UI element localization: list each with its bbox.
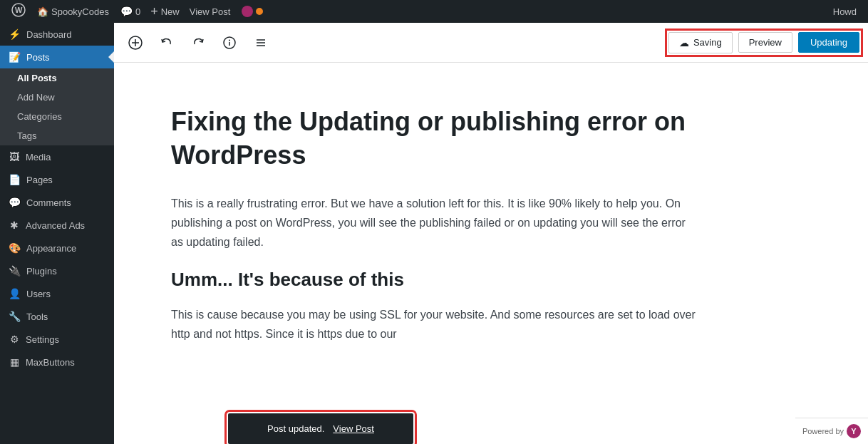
plugins-icon: 🔌: [9, 265, 21, 277]
list-icon: [254, 36, 267, 49]
sidebar-item-tags[interactable]: Tags: [0, 126, 114, 145]
view-post-link[interactable]: View Post: [333, 423, 374, 434]
powered-by-text: Powered by: [802, 427, 844, 435]
saving-button[interactable]: ☁ Saving: [668, 32, 733, 53]
sidebar-arrow-icon: [108, 51, 114, 63]
comments-count: 0: [135, 6, 140, 17]
dashboard-icon: ⚡: [9, 29, 21, 40]
users-icon: 👤: [9, 288, 21, 299]
comments-link[interactable]: 💬 0: [115, 6, 146, 17]
sidebar-item-categories[interactable]: Categories: [0, 107, 114, 126]
sidebar-item-users[interactable]: 👤 Users: [0, 282, 114, 305]
redo-icon: [192, 36, 205, 49]
preview-button[interactable]: Preview: [738, 32, 792, 53]
powered-by-footer: Powered by Y: [795, 418, 868, 444]
saving-label: Saving: [693, 37, 722, 48]
post-paragraph-2[interactable]: This is cause because you may be using S…: [171, 305, 698, 344]
sidebar-item-appearance[interactable]: 🎨 Appearance: [0, 237, 114, 259]
toolbar-right-group: ☁ Saving Preview Updating: [668, 32, 859, 53]
advanced-ads-icon: ✱: [9, 220, 20, 231]
editor-content[interactable]: Fixing the Updating or publishing error …: [114, 63, 755, 390]
editor-wrapper: Fixing the Updating or publishing error …: [114, 63, 868, 444]
site-name-link[interactable]: 🏠 SpookyCodes: [31, 6, 115, 17]
post-body: This is a really frustrating error. But …: [171, 194, 698, 344]
comment-bubble-icon: 💬: [120, 6, 133, 17]
new-label: New: [161, 6, 180, 17]
redo-button[interactable]: [185, 30, 211, 56]
view-post-link[interactable]: View Post: [184, 6, 237, 17]
update-button[interactable]: Updating: [798, 32, 859, 53]
posts-icon: 📝: [9, 51, 21, 63]
post-title[interactable]: Fixing the Updating or publishing error …: [171, 105, 698, 172]
wp-logo-icon[interactable]: W: [6, 3, 31, 21]
tools-icon: 🔧: [9, 311, 21, 322]
list-view-button[interactable]: [248, 30, 274, 56]
editor-scroll-area[interactable]: Fixing the Updating or publishing error …: [114, 63, 868, 444]
sidebar-item-settings[interactable]: ⚙ Settings: [0, 328, 114, 351]
editor-toolbar: ☁ Saving Preview Updating: [114, 23, 868, 63]
sidebar-item-dashboard[interactable]: ⚡ Dashboard: [0, 23, 114, 46]
site-name-text: SpookyCodes: [51, 6, 109, 17]
add-block-button[interactable]: [123, 30, 148, 56]
admin-bar: W 🏠 SpookyCodes 💬 0 + New View Post Howd: [0, 0, 868, 23]
posts-submenu: All Posts Add New Categories Tags: [0, 68, 114, 145]
yoast-icon: [242, 6, 253, 17]
sidebar-item-tools[interactable]: 🔧 Tools: [0, 305, 114, 328]
sidebar-item-pages[interactable]: 📄 Pages: [0, 168, 114, 191]
post-updated-message: Post updated.: [267, 423, 324, 434]
svg-point-7: [229, 39, 230, 41]
home-icon: 🏠: [37, 6, 48, 17]
settings-icon: ⚙: [9, 334, 20, 345]
plus-circle-icon: [128, 36, 143, 50]
sidebar: ⚡ Dashboard 📝 Posts All Posts Add New Ca…: [0, 23, 114, 444]
sidebar-item-plugins[interactable]: 🔌 Plugins: [0, 259, 114, 282]
maxbuttons-icon: ▦: [9, 356, 20, 368]
sidebar-item-advanced-ads[interactable]: ✱ Advanced Ads: [0, 214, 114, 237]
sidebar-item-maxbuttons[interactable]: ▦ MaxButtons: [0, 351, 114, 373]
appearance-icon: 🎨: [9, 242, 21, 254]
undo-button[interactable]: [154, 30, 180, 56]
yoast-link[interactable]: [236, 6, 269, 17]
undo-icon: [160, 36, 173, 49]
orange-notification-dot: [256, 8, 263, 15]
plus-icon: +: [150, 4, 158, 19]
pages-icon: 📄: [9, 174, 21, 185]
new-content-button[interactable]: + New: [146, 4, 184, 19]
sidebar-item-all-posts[interactable]: All Posts: [0, 68, 114, 88]
sidebar-item-add-new[interactable]: Add New: [0, 88, 114, 107]
toolbar-left-group: [123, 30, 274, 56]
editor-area: ☁ Saving Preview Updating Fixing the Upd…: [114, 23, 868, 444]
post-heading-2[interactable]: Umm... It's because of this: [171, 269, 698, 291]
media-icon: 🖼: [9, 151, 20, 162]
info-icon: [223, 36, 236, 49]
comments-sidebar-icon: 💬: [9, 197, 21, 208]
update-label: Updating: [810, 37, 847, 48]
cloud-icon: ☁: [679, 37, 689, 48]
sidebar-item-media[interactable]: 🖼 Media: [0, 145, 114, 168]
svg-text:W: W: [15, 6, 23, 14]
post-paragraph-1[interactable]: This is a really frustrating error. But …: [171, 194, 698, 252]
powered-by-icon: Y: [847, 424, 861, 438]
sidebar-item-comments[interactable]: 💬 Comments: [0, 191, 114, 214]
user-menu[interactable]: Howd: [827, 6, 862, 17]
info-button[interactable]: [217, 30, 242, 56]
sidebar-item-posts[interactable]: 📝 Posts: [0, 46, 114, 68]
preview-label: Preview: [749, 37, 782, 48]
post-updated-bar: Post updated. View Post: [228, 413, 413, 444]
